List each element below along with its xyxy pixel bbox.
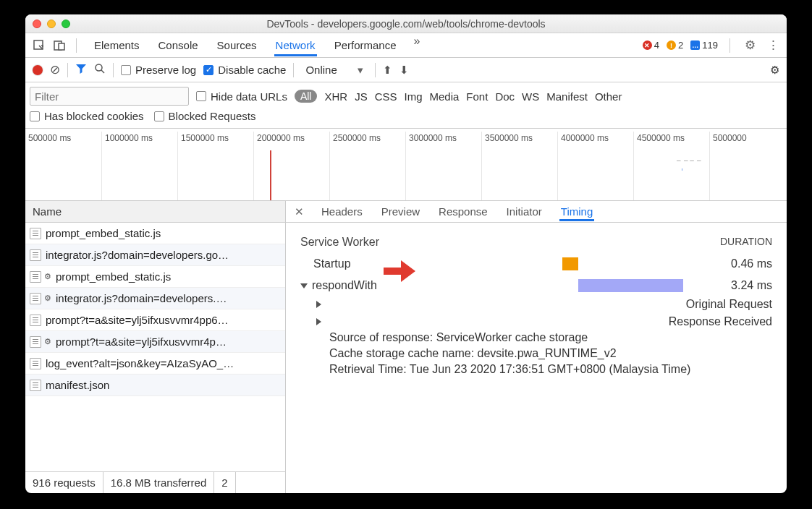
tab-sources[interactable]: Sources bbox=[216, 35, 258, 56]
upload-har-icon[interactable]: ⬆ bbox=[383, 64, 392, 77]
disable-cache-checkbox[interactable]: ✓Disable cache bbox=[203, 64, 286, 76]
filter-toggle-icon[interactable] bbox=[75, 63, 87, 77]
filter-type-other[interactable]: Other bbox=[595, 90, 622, 103]
kebab-menu-icon[interactable]: ⋮ bbox=[765, 38, 781, 54]
request-name: prompt_embed_static.js bbox=[46, 227, 161, 239]
request-name: integrator.js?domain=developers.go… bbox=[46, 249, 229, 261]
clear-icon[interactable]: ⊘ bbox=[50, 62, 60, 77]
request-row[interactable]: log_event?alt=json&key=AIzaSyAO_… bbox=[25, 353, 285, 375]
collapse-icon[interactable] bbox=[300, 283, 308, 288]
filter-type-ws[interactable]: WS bbox=[522, 90, 539, 103]
detail-tabs: ✕ Headers Preview Response Initiator Tim… bbox=[286, 201, 787, 223]
filter-type-xhr[interactable]: XHR bbox=[324, 90, 347, 103]
filter-type-font[interactable]: Font bbox=[466, 90, 488, 103]
timeline-tick: 4500000 ms bbox=[633, 132, 709, 201]
filter-type-img[interactable]: Img bbox=[404, 90, 422, 103]
timing-bar-area bbox=[452, 257, 714, 270]
settings-gear-icon[interactable]: ⚙ bbox=[742, 38, 758, 54]
throttling-value: Online bbox=[305, 64, 337, 76]
status-bar: 916 requests 16.8 MB transferred 2 bbox=[25, 471, 285, 493]
name-column-header[interactable]: Name bbox=[25, 201, 285, 223]
disable-cache-label: Disable cache bbox=[218, 64, 286, 76]
timing-section-title: Service Worker bbox=[300, 236, 379, 248]
request-row[interactable]: ⚙integrator.js?domain=developers.… bbox=[25, 288, 285, 309]
preserve-log-checkbox[interactable]: Preserve log bbox=[121, 64, 196, 76]
device-toggle-icon[interactable] bbox=[51, 38, 67, 54]
timeline-activity: – – – ˌ – bbox=[677, 156, 706, 165]
file-icon bbox=[30, 293, 41, 304]
messages-badge[interactable]: …119 bbox=[690, 40, 718, 51]
filter-type-all[interactable]: All bbox=[295, 90, 318, 103]
filter-type-manifest[interactable]: Manifest bbox=[546, 90, 588, 103]
timeline-tick: 2500000 ms bbox=[329, 132, 405, 201]
file-icon bbox=[30, 336, 41, 348]
detail-tab-response[interactable]: Response bbox=[437, 202, 489, 221]
errors-badge[interactable]: ✕4 bbox=[643, 40, 659, 51]
main-tabbar: Elements Console Sources Network Perform… bbox=[25, 33, 787, 58]
request-name: log_event?alt=json&key=AIzaSyAO_… bbox=[46, 357, 234, 369]
chevron-down-icon: ▾ bbox=[358, 64, 363, 77]
tab-network[interactable]: Network bbox=[274, 35, 317, 56]
sub-label: Response Received bbox=[669, 315, 772, 328]
filter-type-js[interactable]: JS bbox=[355, 90, 368, 103]
filter-input[interactable] bbox=[30, 87, 189, 106]
filter-type-css[interactable]: CSS bbox=[375, 90, 397, 103]
expand-icon bbox=[316, 301, 682, 308]
request-row[interactable]: prompt?t=a&site=ylj5ifxusvvmr4pp6… bbox=[25, 309, 285, 331]
has-blocked-label: Has blocked cookies bbox=[44, 110, 144, 122]
request-row[interactable]: manifest.json bbox=[25, 375, 285, 396]
throttling-select[interactable]: Online ▾ bbox=[301, 63, 367, 77]
blocked-requests-checkbox[interactable]: Blocked Requests bbox=[154, 110, 256, 122]
status-extra: 2 bbox=[214, 472, 235, 493]
detail-tab-timing[interactable]: Timing bbox=[559, 202, 594, 221]
warnings-badge[interactable]: !2 bbox=[667, 40, 683, 51]
tab-elements[interactable]: Elements bbox=[93, 35, 141, 56]
has-blocked-cookies-checkbox[interactable]: Has blocked cookies bbox=[30, 110, 144, 122]
detail-tab-headers[interactable]: Headers bbox=[320, 202, 364, 221]
timeline-marker bbox=[270, 150, 271, 200]
request-row[interactable]: ⚙prompt?t=a&site=ylj5ifxusvvmr4p… bbox=[25, 331, 285, 353]
expand-icon bbox=[316, 318, 664, 325]
hide-data-urls-checkbox[interactable]: Hide data URLs bbox=[196, 90, 287, 103]
timeline-tick: 2000000 ms bbox=[253, 132, 329, 201]
info-cache-name: Cache storage cache name: devsite.pwa_RU… bbox=[329, 347, 772, 360]
info-retrieval-time: Retrieval Time: Tue Jun 23 2020 17:36:51… bbox=[329, 363, 772, 376]
gear-icon: ⚙ bbox=[44, 337, 51, 346]
inspect-icon[interactable] bbox=[31, 38, 47, 54]
svg-point-3 bbox=[96, 64, 102, 71]
request-row[interactable]: integrator.js?domain=developers.go… bbox=[25, 244, 285, 266]
tab-performance[interactable]: Performance bbox=[333, 35, 398, 56]
request-row[interactable]: ⚙prompt_embed_static.js bbox=[25, 266, 285, 288]
more-tabs-icon[interactable]: » bbox=[414, 35, 420, 56]
detail-tab-initiator[interactable]: Initiator bbox=[505, 202, 544, 221]
file-icon bbox=[30, 228, 41, 239]
network-toolbar: ⊘ Preserve log ✓Disable cache Online ▾ ⬆… bbox=[25, 58, 787, 82]
timing-bar-area bbox=[452, 279, 714, 292]
timing-label: respondWith bbox=[312, 279, 377, 292]
svg-line-4 bbox=[101, 70, 104, 73]
request-name: prompt?t=a&site=ylj5ifxusvvmr4p… bbox=[56, 335, 227, 348]
close-detail-icon[interactable]: ✕ bbox=[295, 205, 304, 218]
filter-type-media[interactable]: Media bbox=[430, 90, 460, 103]
search-icon[interactable] bbox=[94, 63, 106, 77]
filter-type-doc[interactable]: Doc bbox=[495, 90, 515, 103]
timing-duration: 3.24 ms bbox=[714, 279, 772, 292]
request-name: integrator.js?domain=developers.… bbox=[56, 292, 227, 304]
hide-data-urls-label: Hide data URLs bbox=[211, 90, 287, 103]
network-settings-icon[interactable]: ⚙ bbox=[770, 64, 779, 77]
timeline-tick: 500000 ms bbox=[25, 132, 101, 201]
devtools-window: DevTools - developers.google.com/web/too… bbox=[25, 14, 787, 493]
sub-original-request[interactable]: Original Request bbox=[316, 298, 772, 311]
request-list: prompt_embed_static.jsintegrator.js?doma… bbox=[25, 223, 285, 471]
sub-response-received[interactable]: Response Received bbox=[316, 315, 772, 328]
request-row[interactable]: prompt_embed_static.js bbox=[25, 223, 285, 244]
info-source: Source of response: ServiceWorker cache … bbox=[329, 331, 772, 344]
tab-console[interactable]: Console bbox=[157, 35, 200, 56]
timing-label: Startup bbox=[313, 257, 351, 270]
record-button[interactable] bbox=[33, 65, 43, 75]
download-har-icon[interactable]: ⬇ bbox=[399, 64, 409, 77]
timeline-tick: 3500000 ms bbox=[481, 132, 557, 201]
detail-tab-preview[interactable]: Preview bbox=[380, 202, 421, 221]
filter-bar: Hide data URLs All XHR JS CSS Img Media … bbox=[25, 82, 787, 129]
timeline-overview[interactable]: 500000 ms1000000 ms1500000 ms2000000 ms2… bbox=[25, 129, 787, 201]
